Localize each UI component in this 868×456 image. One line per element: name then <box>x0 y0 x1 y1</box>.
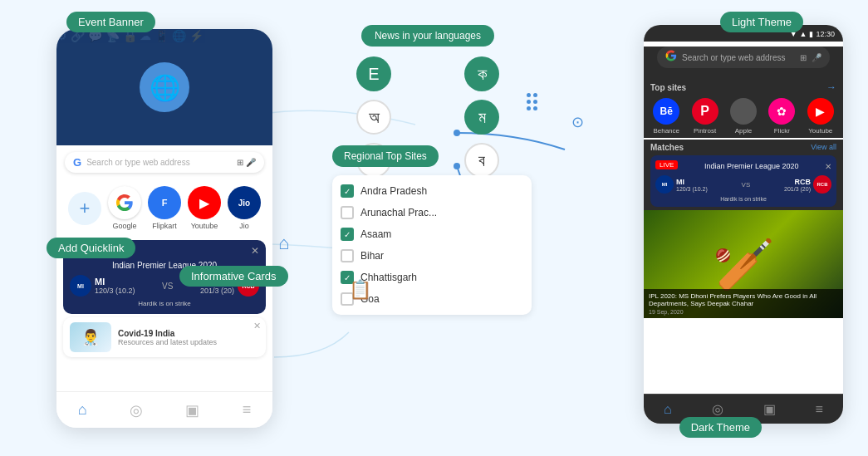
time-display: 12:30 <box>816 30 835 38</box>
menu-nav-dark[interactable]: ≡ <box>816 402 823 417</box>
lang-english[interactable]: E <box>356 56 391 91</box>
google-icon <box>108 186 141 219</box>
compass-nav-dark[interactable]: ◎ <box>712 401 723 417</box>
andhra-checkbox[interactable]: ✓ <box>341 184 354 198</box>
mi-logo: MI <box>70 275 91 297</box>
matches-section: Matches View all LIVE Indian Premier Lea… <box>644 140 843 210</box>
team2-right: RCB 201/3 (20) RCB <box>784 175 831 194</box>
rcb-logo-right: RCB <box>813 175 831 194</box>
add-quicklink-label: Add Quicklink <box>47 238 135 258</box>
menu-nav-icon[interactable]: ≡ <box>243 401 252 419</box>
signal-icon: ▲ <box>800 30 807 38</box>
youtube-label: Youtube <box>191 222 218 230</box>
add-icon: + <box>68 192 101 225</box>
vs-text: VS <box>162 282 173 291</box>
vs-text-right: VS <box>742 181 751 189</box>
covid-subtitle: Resources and latest updates <box>118 338 217 346</box>
top-sites-section: Top sites → Bē Behance P Pintrost Apple … <box>644 78 843 138</box>
youtube-icon: ▶ <box>188 186 221 219</box>
site-youtube[interactable]: ▶ Youtube <box>807 98 834 135</box>
ipl-close-button[interactable]: ✕ <box>251 245 259 257</box>
apple-icon <box>730 98 757 125</box>
region-arunachal[interactable]: Arunachal Prac... <box>341 202 523 223</box>
cards-nav-icon[interactable]: ▣ <box>185 401 199 419</box>
covid-image: 👨‍⚕️ <box>70 322 111 352</box>
team1: MI MI 120/3 (10.2) <box>70 275 135 297</box>
jio-icon: Jio <box>228 186 261 219</box>
region-andhra[interactable]: ✓ Andra Pradesh <box>341 180 523 202</box>
ipl-title-right: Indian Premier League 2020 <box>704 162 799 170</box>
pinterest-label: Pintrost <box>694 127 716 135</box>
informative-cards-label: Informative Cards <box>179 266 288 287</box>
search-bar[interactable]: G Search or type web address ⊞ 🎤 <box>65 152 264 173</box>
add-quicklink-item[interactable]: + <box>68 192 101 225</box>
team1-right: MI MI 120/3 (10.2) <box>655 175 708 194</box>
covid-title: Covid-19 India <box>118 329 217 338</box>
region-bihar[interactable]: Bihar <box>341 245 523 267</box>
team1-score: 120/3 (10.2) <box>95 287 135 295</box>
team1-name-right: MI <box>676 178 708 186</box>
behance-icon: Bē <box>653 98 679 125</box>
light-theme-label: Light Theme <box>720 12 803 32</box>
news-headline: IPL 2020: MS Dhoni Prefers Players Who A… <box>649 292 838 307</box>
youtube-quicklink[interactable]: ▶ Youtube <box>188 186 221 230</box>
google-quicklink[interactable]: Google <box>108 186 141 230</box>
site-behance[interactable]: Bē Behance <box>653 98 679 135</box>
lang-bengali[interactable]: ক <box>464 56 499 91</box>
battery-icon: ▮ <box>809 30 813 38</box>
behance-label: Behance <box>653 127 679 135</box>
ipl-note: Hardik is on strike <box>70 300 259 307</box>
search-action-icons: ⊞ 🎤 <box>237 158 256 167</box>
matches-label: Matches <box>650 143 684 152</box>
left-phone-mockup: ⚙ 🔗 💬 📡 🔒 ☁ 📱 🌐 ⚡ 🌐 G Search or type web… <box>56 29 272 428</box>
flipkart-quicklink[interactable]: F Flipkart <box>148 186 181 230</box>
team1-score-right: 120/3 (10.2) <box>676 186 708 192</box>
region-assam[interactable]: ✓ Asaam <box>341 223 523 245</box>
pinterest-icon: P <box>692 98 718 125</box>
compass-nav-icon[interactable]: ◎ <box>130 401 143 419</box>
grid-icon: ⊞ <box>800 53 807 62</box>
ipl-close-right[interactable]: ✕ <box>825 162 831 171</box>
arunachal-checkbox[interactable] <box>341 206 354 219</box>
team1-name: MI <box>95 277 135 287</box>
team2-score: 201/3 (20) <box>200 287 234 295</box>
jio-quicklink[interactable]: Jio Jio <box>228 186 261 230</box>
top-sites-row: Bē Behance P Pintrost Apple ✿ Flickr ▶ Y… <box>650 98 836 135</box>
regional-top-sites-pill: Regional Top Sites <box>332 145 439 167</box>
six-dots-icon <box>527 93 537 110</box>
ipl-card-right: LIVE Indian Premier League 2020 ✕ MI MI … <box>650 155 836 207</box>
view-all-button[interactable]: View all <box>811 143 836 152</box>
lang-assamese[interactable]: অ <box>356 100 391 135</box>
andhra-label: Andra Pradesh <box>360 185 427 197</box>
home-nav-icon[interactable]: ⌂ <box>78 401 87 419</box>
google-label: Google <box>112 222 136 230</box>
top-sites-arrow[interactable]: → <box>826 81 836 93</box>
news-image-section: 🏏 IPL 2020: MS Dhoni Prefers Players Who… <box>644 210 843 318</box>
dark-search-bar[interactable]: Search or type web address ⊞ 🎤 <box>657 47 830 68</box>
covid-close-button[interactable]: ✕ <box>253 321 261 331</box>
news-caption: IPL 2020: MS Dhoni Prefers Players Who A… <box>644 289 843 318</box>
covid-card: 👨‍⚕️ Covid-19 India Resources and latest… <box>63 317 266 357</box>
news-languages-pill: News in your languages <box>361 25 494 47</box>
event-banner-label: Event Banner <box>66 12 155 32</box>
globe-icon: 🌐 <box>140 62 189 112</box>
mic-icon: 🎤 <box>812 53 821 62</box>
bihar-checkbox[interactable] <box>341 249 354 262</box>
bihar-label: Bihar <box>360 250 384 262</box>
cards-nav-dark[interactable]: ▣ <box>763 401 776 417</box>
mi-logo-right: MI <box>655 175 674 194</box>
flipkart-icon: F <box>148 186 181 219</box>
site-flickr[interactable]: ✿ Flickr <box>768 98 795 135</box>
dark-search-placeholder: Search or type web address <box>682 53 795 62</box>
home-nav-dark[interactable]: ⌂ <box>664 402 672 417</box>
lang-marathi[interactable]: ম <box>464 100 499 135</box>
assam-label: Asaam <box>360 228 391 240</box>
jio-label: Jio <box>239 222 249 230</box>
youtube-site-icon: ▶ <box>807 98 834 125</box>
assam-checkbox[interactable]: ✓ <box>341 228 354 241</box>
google-g-dark <box>665 50 677 65</box>
flipkart-label: Flipkart <box>152 222 177 230</box>
home-icon: ⌂ <box>278 233 289 254</box>
site-apple[interactable]: Apple <box>730 98 757 135</box>
site-pinterest[interactable]: P Pintrost <box>692 98 718 135</box>
